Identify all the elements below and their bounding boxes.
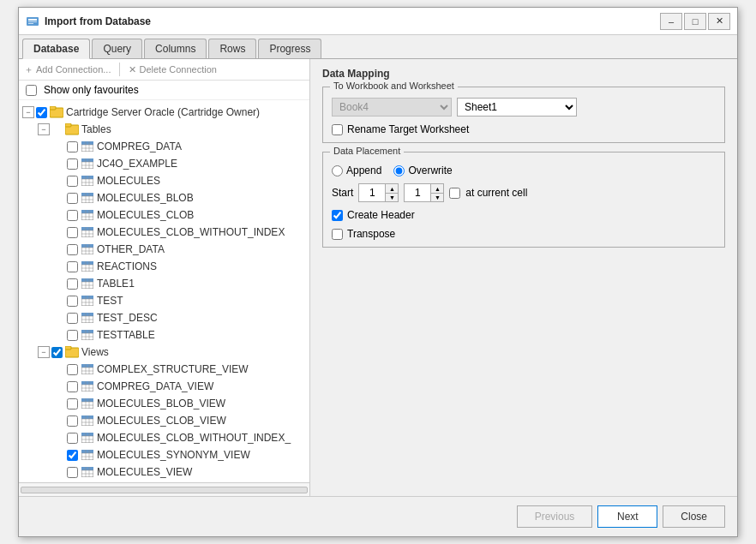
table-row[interactable]: TESTTABLE <box>19 326 309 344</box>
content-area: ＋ Add Connection... ✕ Delete Connection … <box>19 59 737 496</box>
horizontal-scrollbar[interactable] <box>19 482 309 496</box>
svg-rect-75 <box>81 330 93 333</box>
table-row[interactable]: TEST <box>19 292 309 309</box>
at-current-cell-checkbox[interactable] <box>449 188 460 199</box>
view-row[interactable]: MOLECULES_CLOB_VIEW <box>19 412 309 429</box>
view-row[interactable]: MOLECULES_VIEW <box>19 463 309 481</box>
start-col-spin[interactable]: 1 ▲ ▼ <box>404 183 444 202</box>
svg-rect-9 <box>81 141 93 145</box>
table-checkbox[interactable] <box>67 330 78 341</box>
maximize-button[interactable]: □ <box>684 13 706 30</box>
view-icon <box>81 448 94 462</box>
table-row[interactable]: MOLECULES_BLOB <box>19 189 309 206</box>
previous-button[interactable]: Previous <box>517 505 593 528</box>
tab-database[interactable]: Database <box>22 39 90 59</box>
table-checkbox[interactable] <box>67 227 78 238</box>
table-checkbox[interactable] <box>67 210 78 221</box>
close-window-button[interactable]: ✕ <box>708 13 730 30</box>
views-checkbox[interactable] <box>51 347 63 358</box>
table-checkbox[interactable] <box>67 176 78 187</box>
view-checkbox[interactable] <box>67 415 78 427</box>
start-row-input[interactable]: 1 <box>359 184 385 201</box>
start-row-spin-buttons: ▲ ▼ <box>385 184 398 201</box>
table-row[interactable]: TABLE1 <box>19 275 309 292</box>
worksheet-select[interactable]: Sheet1 Sheet2 Sheet3 <box>457 98 577 117</box>
table-label: TESTTABLE <box>97 327 155 343</box>
show-favourites-checkbox[interactable] <box>26 85 37 96</box>
table-row[interactable]: MOLECULES <box>19 172 309 189</box>
create-header-row: Create Header <box>332 209 716 221</box>
views-label: Views <box>81 344 109 360</box>
start-row-up[interactable]: ▲ <box>386 184 398 193</box>
root-checkbox[interactable] <box>36 107 47 118</box>
views-toggle[interactable]: − <box>38 346 50 358</box>
main-window: Import from Database – □ ✕ Database Quer… <box>18 7 738 537</box>
svg-rect-27 <box>81 193 93 196</box>
table-checkbox[interactable] <box>67 313 78 324</box>
next-button[interactable]: Next <box>597 505 657 528</box>
tab-rows[interactable]: Rows <box>208 39 256 58</box>
table-row[interactable]: JC4O_EXAMPLE <box>19 155 309 172</box>
window-icon <box>26 15 39 28</box>
table-icon <box>81 140 94 153</box>
view-checkbox[interactable] <box>67 398 78 409</box>
view-checkbox[interactable] <box>67 433 78 444</box>
start-col-down[interactable]: ▼ <box>431 193 443 201</box>
table-checkbox[interactable] <box>67 278 78 290</box>
view-label: MOLECULES_VIEW <box>97 464 192 480</box>
table-checkbox[interactable] <box>67 193 78 204</box>
start-row-down[interactable]: ▼ <box>386 193 398 201</box>
view-checkbox[interactable] <box>67 381 78 392</box>
view-checkbox[interactable] <box>67 450 78 461</box>
start-col-up[interactable]: ▲ <box>431 184 443 193</box>
table-icon <box>81 260 94 273</box>
start-row-spin[interactable]: 1 ▲ ▼ <box>358 183 399 202</box>
table-row[interactable]: OTHER_DATA <box>19 241 309 258</box>
transpose-checkbox[interactable] <box>332 229 343 240</box>
tree-area[interactable]: − Cartridge Server Oracle (Cartridge Own… <box>19 100 309 482</box>
view-row[interactable]: COMPLEX_STRUCTURE_VIEW <box>19 361 309 378</box>
view-row[interactable]: COMPREG_DATA_VIEW <box>19 378 309 395</box>
toolbar-separator <box>119 63 120 76</box>
table-label: MOLECULES <box>97 173 160 188</box>
table-checkbox[interactable] <box>67 296 78 307</box>
tables-folder[interactable]: − Tables <box>19 121 309 138</box>
close-button[interactable]: Close <box>663 505 725 528</box>
table-label: JC4O_EXAMPLE <box>97 156 177 171</box>
table-row[interactable]: MOLECULES_CLOB <box>19 206 309 224</box>
view-checkbox[interactable] <box>67 364 78 375</box>
tables-toggle[interactable]: − <box>38 123 50 135</box>
table-row[interactable]: TEST_DESC <box>19 309 309 326</box>
table-checkbox[interactable] <box>67 261 78 272</box>
view-row[interactable]: MOLECULES_SYNONYM_VIEW <box>19 446 309 463</box>
view-row[interactable]: MOLECULES_CLOB_WITHOUT_INDEX_ <box>19 429 309 446</box>
svg-rect-2 <box>28 21 37 22</box>
table-row[interactable]: MOLECULES_CLOB_WITHOUT_INDEX <box>19 224 309 241</box>
append-radio[interactable] <box>332 165 343 176</box>
table-label: OTHER_DATA <box>97 242 165 257</box>
tab-columns[interactable]: Columns <box>144 39 207 58</box>
view-label: COMPREG_DATA_VIEW <box>97 379 213 394</box>
tab-progress[interactable]: Progress <box>258 39 321 58</box>
tree-root[interactable]: − Cartridge Server Oracle (Cartridge Own… <box>19 104 309 121</box>
data-placement-group: Data Placement Append Overwrite Start 1 <box>322 152 725 248</box>
workbook-select[interactable]: Book4 <box>332 98 452 117</box>
tab-query[interactable]: Query <box>92 39 142 58</box>
table-checkbox[interactable] <box>67 244 78 255</box>
view-row[interactable]: MOLECULES_BLOB_VIEW <box>19 395 309 412</box>
table-row[interactable]: COMPREG_DATA <box>19 138 309 155</box>
view-checkbox[interactable] <box>67 467 78 478</box>
table-checkbox[interactable] <box>67 141 78 152</box>
create-header-checkbox[interactable] <box>332 210 343 221</box>
minimize-button[interactable]: – <box>660 13 682 30</box>
table-row[interactable]: REACTIONS <box>19 258 309 275</box>
start-col-input[interactable]: 1 <box>405 184 430 201</box>
root-toggle[interactable]: − <box>22 106 34 118</box>
title-bar: Import from Database – □ ✕ <box>19 8 737 35</box>
overwrite-radio[interactable] <box>393 165 405 176</box>
rename-worksheet-checkbox[interactable] <box>332 124 343 135</box>
table-checkbox[interactable] <box>67 158 78 170</box>
table-label: TEST <box>97 293 123 308</box>
connection-toolbar: ＋ Add Connection... ✕ Delete Connection <box>19 59 309 81</box>
views-folder[interactable]: − Views <box>19 344 309 361</box>
